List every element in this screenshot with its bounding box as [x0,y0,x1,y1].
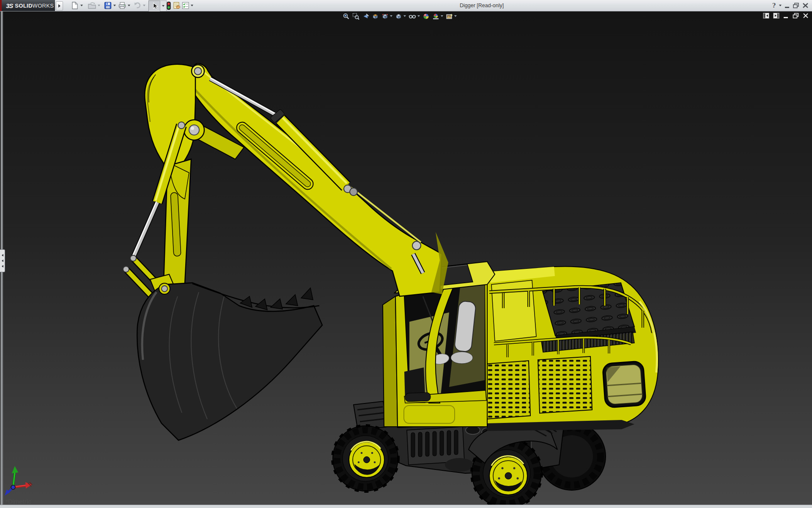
edit-appearance-button[interactable] [422,13,430,20]
solidworks-window: *Dimetric 3SSOLIDWORKS [0,0,812,508]
new-document-dropdown[interactable] [80,1,83,10]
hide-show-items-button[interactable] [409,13,420,20]
graphics-viewport[interactable]: *Dimetric [0,11,812,505]
options-dropdown[interactable] [191,1,193,10]
view-settings-dropdown[interactable] [454,15,457,17]
new-document-icon [71,1,79,10]
restore-icon [793,3,799,8]
previous-view-button[interactable] [362,13,369,20]
view-settings-button[interactable] [446,13,457,20]
toggle-left-pane-icon[interactable] [763,13,769,19]
solidworks-logo: 3SSOLIDWORKS [2,0,55,11]
minimize-document-icon[interactable] [783,13,789,19]
restore-document-icon[interactable] [793,13,799,19]
view-orientation-label: *Dimetric [5,498,31,505]
apply-scene-dropdown[interactable] [441,15,443,17]
chevron-left-icon [2,260,3,262]
zoom-to-fit-button[interactable] [343,13,350,20]
rear-window[interactable] [602,361,646,408]
toggle-right-pane-icon[interactable] [773,13,779,19]
traffic-light-icon [165,1,173,10]
rebuild-button[interactable] [165,1,173,10]
chevron-left-icon [2,265,3,268]
restore-window-button[interactable] [792,1,800,10]
engine-grille[interactable] [543,283,634,336]
undo-button[interactable] [133,1,142,10]
window-title: Digger [Read-only] [460,3,504,8]
new-document-button[interactable] [71,1,79,10]
featuremanager-collapsed-tab[interactable] [0,249,5,272]
model-canvas[interactable] [0,11,812,505]
print-dropdown[interactable] [128,1,130,10]
zoom-to-area-button[interactable] [352,13,359,20]
file-properties-icon [173,1,181,10]
select-tool-button[interactable] [148,0,161,11]
open-document-button[interactable] [88,1,96,10]
status-bar [0,505,812,508]
options-checklist-icon [181,1,190,10]
save-dropdown[interactable] [113,1,116,10]
section-view-button[interactable] [372,13,379,20]
printer-icon [118,1,126,10]
minimize-window-button[interactable] [784,1,790,10]
chassis-slats [411,430,458,457]
apply-scene-button[interactable] [432,13,443,20]
undo-dropdown[interactable] [143,1,145,10]
file-properties-button[interactable] [173,1,181,10]
logo-mark: 3S [6,2,13,9]
close-icon [802,3,809,8]
model-wheel-front[interactable] [332,425,398,491]
cursor-arrow-icon [151,2,158,10]
chevron-left-icon [2,254,3,257]
menu-expand-button[interactable] [56,1,63,11]
document-window-controls [763,13,809,19]
door-handle-slot [405,392,431,402]
help-button[interactable]: ? [771,1,777,10]
save-button[interactable] [104,1,112,10]
display-style-button[interactable] [395,13,406,20]
view-orientation-dropdown[interactable] [390,15,392,17]
undo-arrow-icon [133,1,142,10]
close-document-icon[interactable] [803,13,809,19]
chevron-right-icon [58,4,60,8]
minimize-icon [785,3,790,8]
save-floppy-icon [104,1,112,10]
open-document-dropdown[interactable] [98,1,100,10]
display-style-dropdown[interactable] [403,15,406,17]
close-window-button[interactable] [801,1,809,10]
heads-up-view-toolbar [343,12,457,20]
open-folder-icon [88,1,96,10]
title-toolbar: 3SSOLIDWORKS [0,0,812,11]
logo-light: WORKS [33,3,54,9]
options-button[interactable] [181,1,190,10]
logo-bold: SOLID [15,3,32,9]
hide-show-items-dropdown[interactable] [417,15,420,17]
help-dropdown[interactable] [778,1,782,10]
print-button[interactable] [118,1,126,10]
view-orientation-button[interactable] [381,13,392,20]
